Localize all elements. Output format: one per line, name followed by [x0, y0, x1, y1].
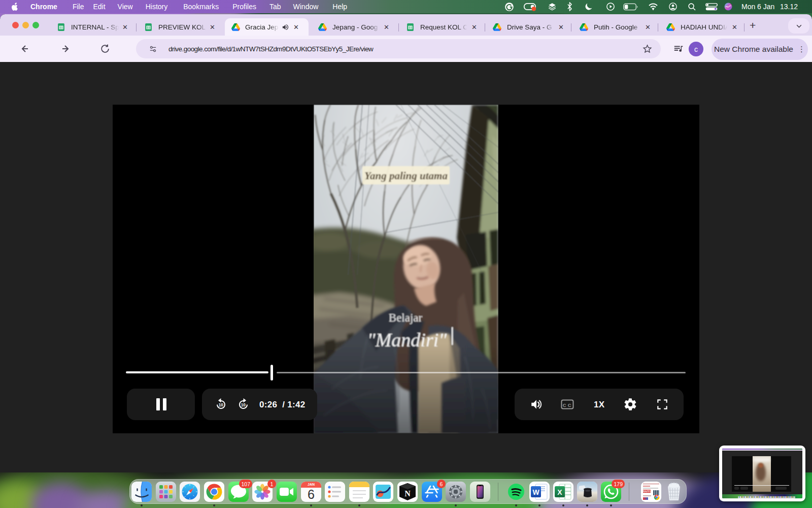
svg-text:C: C: [568, 402, 571, 408]
svg-text:W: W: [532, 488, 539, 496]
svg-text:Belajar: Belajar: [389, 311, 423, 324]
svg-text:10: 10: [219, 403, 224, 407]
svg-text:Yang paling utama: Yang paling utama: [364, 170, 448, 182]
svg-text:C: C: [563, 402, 566, 408]
svg-text:N: N: [404, 489, 411, 498]
svg-text:10: 10: [241, 403, 246, 407]
svg-text:X: X: [557, 488, 562, 496]
